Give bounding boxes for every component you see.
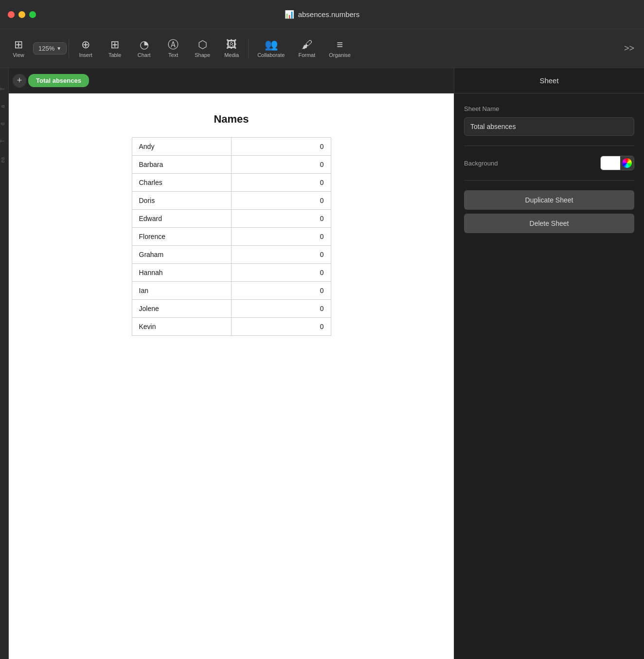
- data-table: Andy0Barbara0Charles0Doris0Edward0Floren…: [132, 137, 331, 336]
- cell-value[interactable]: 0: [232, 282, 331, 300]
- cell-name[interactable]: Jolene: [132, 300, 232, 318]
- separator-2: [464, 180, 634, 181]
- cell-value[interactable]: 0: [232, 264, 331, 282]
- view-toolbar-item[interactable]: ⊞ View: [4, 37, 33, 61]
- cell-name[interactable]: Graham: [132, 246, 232, 264]
- cell-name[interactable]: Doris: [132, 192, 232, 210]
- chart-label: Chart: [138, 52, 151, 58]
- duplicate-sheet-label: Duplicate Sheet: [525, 196, 573, 204]
- table-row: Kevin0: [132, 318, 331, 336]
- insert-toolbar-item[interactable]: ⊕ Insert: [71, 37, 100, 61]
- sheet-table-title: Names: [214, 113, 249, 126]
- table-row: Barbara0: [132, 156, 331, 174]
- table-row: Andy0: [132, 138, 331, 156]
- sheet-tabs: + Total absences: [9, 68, 454, 93]
- sheet-name-input[interactable]: [464, 117, 634, 136]
- organise-icon: ≡: [337, 39, 343, 50]
- window-title-area: 📊 absences.numbers: [285, 10, 360, 19]
- delete-sheet-button[interactable]: Delete Sheet: [464, 214, 634, 233]
- cell-name[interactable]: Edward: [132, 210, 232, 228]
- cell-value[interactable]: 0: [232, 210, 331, 228]
- zoom-button[interactable]: 125% ▼: [33, 42, 67, 55]
- format-icon: 🖌: [302, 39, 312, 50]
- cell-value[interactable]: 0: [232, 156, 331, 174]
- close-button[interactable]: [8, 11, 15, 18]
- table-row: Florence0: [132, 228, 331, 246]
- canvas[interactable]: Names Andy0Barbara0Charles0Doris0Edward0…: [9, 93, 454, 659]
- traffic-lights: [8, 11, 36, 18]
- color-wheel-button[interactable]: [620, 156, 634, 170]
- toolbar-more-button[interactable]: >>: [618, 40, 640, 56]
- window-title: absences.numbers: [298, 10, 360, 18]
- cell-value[interactable]: 0: [232, 138, 331, 156]
- media-toolbar-item[interactable]: 🖼 Media: [217, 37, 246, 61]
- table-label: Table: [108, 52, 121, 58]
- chart-icon: ◔: [140, 39, 149, 50]
- toolbar-divider-1: [69, 39, 69, 58]
- zoom-chevron-icon: ▼: [56, 46, 61, 51]
- left-panel: + Total absences Names Andy0Barbara0Char…: [9, 68, 454, 659]
- text-toolbar-item[interactable]: Ⓐ Text: [159, 37, 188, 61]
- duplicate-sheet-button[interactable]: Duplicate Sheet: [464, 190, 634, 210]
- text-icon: Ⓐ: [168, 39, 179, 50]
- strip-label-4: T: [0, 140, 8, 143]
- cell-value[interactable]: 0: [232, 300, 331, 318]
- text-label: Text: [168, 52, 178, 58]
- table-row: Ian0: [132, 282, 331, 300]
- zoom-value: 125%: [38, 45, 54, 52]
- table-row: Jolene0: [132, 300, 331, 318]
- strip-label-3: d: [0, 123, 8, 126]
- view-icon: ⊞: [14, 39, 23, 50]
- strip-label-5: ea: [0, 157, 8, 163]
- strip-label-1: T: [0, 88, 8, 91]
- add-sheet-icon: +: [17, 75, 22, 86]
- table-toolbar-item[interactable]: ⊞ Table: [100, 37, 129, 61]
- cell-name[interactable]: Ian: [132, 282, 232, 300]
- collaborate-toolbar-item[interactable]: 👥 Collaborate: [250, 37, 291, 61]
- right-panel-header: Sheet: [454, 68, 644, 93]
- chart-toolbar-item[interactable]: ◔ Chart: [129, 37, 159, 61]
- right-panel-body: Sheet Name Background Duplicate Sheet De…: [454, 93, 644, 249]
- active-tab-label: Total absences: [36, 77, 81, 84]
- cell-name[interactable]: Barbara: [132, 156, 232, 174]
- table-row: Graham0: [132, 246, 331, 264]
- table-row: Doris0: [132, 192, 331, 210]
- organise-toolbar-item[interactable]: ≡ Organise: [322, 37, 358, 61]
- minimize-button[interactable]: [18, 11, 25, 18]
- right-panel: Sheet Sheet Name Background Duplicate Sh…: [454, 68, 644, 659]
- background-row: Background: [464, 156, 634, 170]
- cell-value[interactable]: 0: [232, 192, 331, 210]
- media-label: Media: [224, 52, 239, 58]
- table-row: Edward0: [132, 210, 331, 228]
- shape-label: Shape: [195, 52, 210, 58]
- cell-value[interactable]: 0: [232, 174, 331, 192]
- add-sheet-button[interactable]: +: [13, 74, 26, 88]
- sheet-content: Names Andy0Barbara0Charles0Doris0Edward0…: [28, 113, 434, 336]
- sheet-tab-active[interactable]: Total absences: [28, 74, 89, 87]
- cell-name[interactable]: Charles: [132, 174, 232, 192]
- cell-value[interactable]: 0: [232, 246, 331, 264]
- color-wheel-icon: [622, 158, 632, 168]
- insert-icon: ⊕: [81, 39, 90, 50]
- media-icon: 🖼: [226, 39, 237, 50]
- table-row: Hannah0: [132, 264, 331, 282]
- cell-name[interactable]: Florence: [132, 228, 232, 246]
- format-toolbar-item[interactable]: 🖌 Format: [291, 37, 322, 61]
- cell-value[interactable]: 0: [232, 228, 331, 246]
- app-icon: 📊: [285, 10, 294, 19]
- shape-toolbar-item[interactable]: ⬡ Shape: [188, 37, 217, 61]
- insert-label: Insert: [79, 52, 92, 58]
- maximize-button[interactable]: [29, 11, 36, 18]
- sheet-name-label: Sheet Name: [464, 105, 634, 112]
- cell-value[interactable]: 0: [232, 318, 331, 336]
- cell-name[interactable]: Andy: [132, 138, 232, 156]
- collaborate-icon: 👥: [265, 39, 278, 50]
- toolbar-divider-2: [248, 39, 249, 58]
- organise-label: Organise: [329, 52, 351, 58]
- table-row: Charles0: [132, 174, 331, 192]
- delete-sheet-label: Delete Sheet: [530, 220, 569, 227]
- background-color-button[interactable]: [600, 156, 634, 170]
- cell-name[interactable]: Kevin: [132, 318, 232, 336]
- collaborate-label: Collaborate: [257, 52, 285, 58]
- cell-name[interactable]: Hannah: [132, 264, 232, 282]
